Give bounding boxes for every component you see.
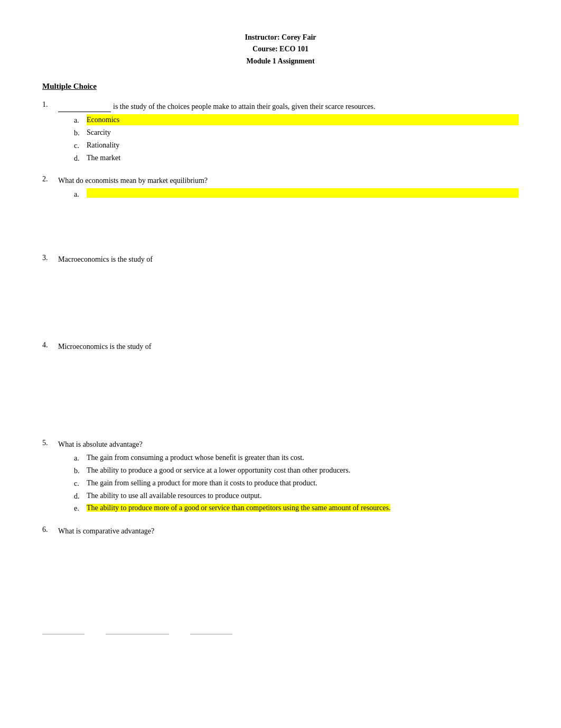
q1-answer-b: b. Scarcity bbox=[74, 127, 519, 140]
q4-spacer bbox=[42, 354, 519, 428]
q1-text: is the study of the choices people make … bbox=[58, 100, 519, 112]
question-6: 6. What is comparative advantage? bbox=[42, 526, 519, 623]
module-line: Module 1 Assignment bbox=[42, 56, 519, 67]
q6-text: What is comparative advantage? bbox=[58, 526, 519, 537]
question-2-row: 2. What do economists mean by market equ… bbox=[42, 175, 519, 186]
q5-answer-d-text: The ability to use all available resourc… bbox=[87, 490, 519, 501]
q4-number: 4. bbox=[42, 341, 58, 349]
q5-answer-e: e. The ability to produce more of a good… bbox=[74, 502, 519, 515]
q5-text: What is absolute advantage? bbox=[58, 439, 519, 450]
q2-answer-a: a. bbox=[74, 188, 519, 201]
course-line: Course: ECO 101 bbox=[42, 43, 519, 55]
question-4: 4. Microeconomics is the study of bbox=[42, 341, 519, 428]
question-2: 2. What do economists mean by market equ… bbox=[42, 175, 519, 243]
q5-number: 5. bbox=[42, 439, 58, 447]
question-5: 5. What is absolute advantage? a. The ga… bbox=[42, 439, 519, 515]
q1-answers: a. Economics b. Scarcity c. Rationality … bbox=[74, 114, 519, 164]
section-title: Multiple Choice bbox=[42, 82, 519, 91]
question-3-row: 3. Macroeconomics is the study of bbox=[42, 254, 519, 265]
q3-text: Macroeconomics is the study of bbox=[58, 254, 519, 265]
page-header: Instructor: Corey Fair Course: ECO 101 M… bbox=[42, 32, 519, 67]
question-3: 3. Macroeconomics is the study of bbox=[42, 254, 519, 330]
q2-text: What do economists mean by market equili… bbox=[58, 175, 519, 186]
q2-answer-a-text bbox=[87, 188, 519, 198]
q1-answer-b-text: Scarcity bbox=[87, 127, 519, 138]
q1-answer-a-text: Economics bbox=[87, 114, 519, 125]
q1-answer-c: c. Rationality bbox=[74, 140, 519, 152]
q4-text: Microeconomics is the study of bbox=[58, 341, 519, 352]
bottom-lines bbox=[42, 634, 519, 634]
q5-answer-b-text: The ability to produce a good or service… bbox=[87, 465, 519, 476]
q5-answers: a. The gain from consuming a product who… bbox=[74, 452, 519, 515]
q1-answer-a: a. Economics bbox=[74, 114, 519, 127]
bottom-line-3 bbox=[190, 634, 232, 634]
q3-spacer bbox=[42, 267, 519, 330]
q1-answer-d-text: The market bbox=[87, 152, 519, 163]
q1-answer-d: d. The market bbox=[74, 152, 519, 165]
question-4-row: 4. Microeconomics is the study of bbox=[42, 341, 519, 352]
bottom-line-2 bbox=[106, 634, 169, 634]
q6-spacer bbox=[42, 539, 519, 623]
q6-number: 6. bbox=[42, 526, 58, 534]
q1-number: 1. bbox=[42, 100, 58, 109]
bottom-area bbox=[42, 634, 519, 634]
q2-spacer bbox=[42, 201, 519, 243]
question-1-row: 1. is the study of the choices people ma… bbox=[42, 100, 519, 112]
question-5-row: 5. What is absolute advantage? bbox=[42, 439, 519, 450]
bottom-line-1 bbox=[42, 634, 85, 634]
q2-answers: a. bbox=[74, 188, 519, 201]
question-1: 1. is the study of the choices people ma… bbox=[42, 100, 519, 164]
q5-answer-a: a. The gain from consuming a product who… bbox=[74, 452, 519, 465]
instructor-line: Instructor: Corey Fair bbox=[42, 32, 519, 43]
q3-number: 3. bbox=[42, 254, 58, 262]
q5-answer-a-text: The gain from consuming a product whose … bbox=[87, 452, 519, 463]
q5-answer-c: c. The gain from selling a product for m… bbox=[74, 477, 519, 490]
q2-number: 2. bbox=[42, 175, 58, 183]
q5-answer-e-text: The ability to produce more of a good or… bbox=[87, 502, 519, 513]
q5-answer-d: d. The ability to use all available reso… bbox=[74, 490, 519, 503]
question-6-row: 6. What is comparative advantage? bbox=[42, 526, 519, 537]
q1-answer-c-text: Rationality bbox=[87, 140, 519, 151]
q1-blank bbox=[58, 100, 111, 112]
q5-answer-c-text: The gain from selling a product for more… bbox=[87, 477, 519, 489]
q5-answer-b: b. The ability to produce a good or serv… bbox=[74, 465, 519, 477]
